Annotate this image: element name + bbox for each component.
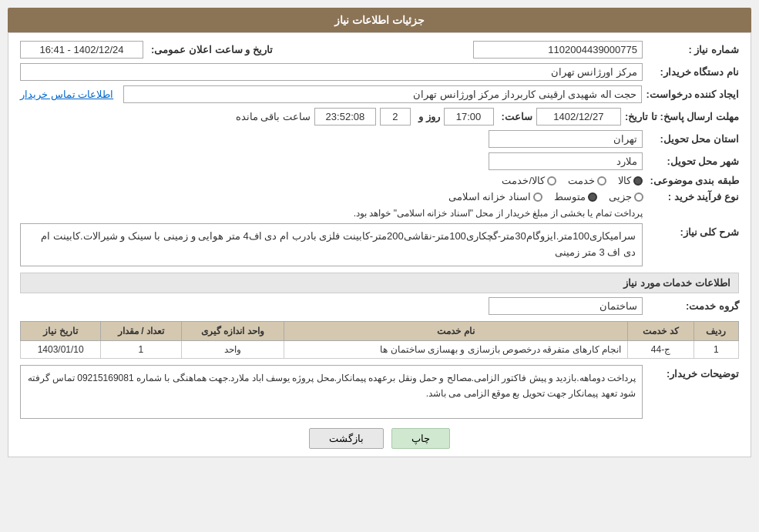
radio-jozi <box>634 192 643 202</box>
col-unit: واحد اندازه گیری <box>181 321 284 340</box>
province-value: تهران <box>489 130 643 148</box>
purchase-note: پرداخت تمام یا بخشی از مبلغ خریدار از مح… <box>354 208 643 219</box>
col-name: نام خدمت <box>284 321 628 340</box>
requester-value: حجت اله شهیدی ارقینی کاربرداز مرکز اورژا… <box>123 85 642 103</box>
category-radio-group: کالا/خدمت خدمت کالا <box>502 175 643 186</box>
contact-link[interactable]: اطلاعات تماس خریدار <box>20 89 113 100</box>
purchase-type-label: نوع فرآیند خرید : <box>646 191 739 202</box>
table-row: 1 ج-44 انجام کارهای متفرقه درخصوص بازساز… <box>21 340 739 358</box>
col-date: تاریخ نیاز <box>21 321 101 340</box>
services-table: ردیف کد خدمت نام خدمت واحد اندازه گیری ت… <box>20 321 739 359</box>
col-code: کد خدمت <box>628 321 694 340</box>
radio-kala <box>633 176 643 186</box>
remaining-time-label: ساعت باقی مانده <box>236 111 311 122</box>
announcement-date-label: تاریخ و ساعت اعلان عمومی: <box>151 44 273 55</box>
need-description-label: شرح کلی نیاز: <box>646 223 739 238</box>
response-time-value: 17:00 <box>444 108 494 125</box>
category-option-kala-khadamat[interactable]: کالا/خدمت <box>502 175 556 186</box>
service-group-value: ساختمان <box>489 297 643 315</box>
remaining-time-value: 23:52:08 <box>314 108 376 125</box>
cell-name: انجام کارهای متفرقه درخصوص بازسازی و بهس… <box>284 340 628 358</box>
response-days-value: 2 <box>380 108 411 125</box>
response-days-label: روز و <box>418 111 440 122</box>
response-deadline-label: مهلت ارسال پاسخ: تا تاریخ: <box>625 111 739 122</box>
announcement-date-value: 1402/12/24 - 16:41 <box>20 41 143 59</box>
cell-quantity: 1 <box>101 340 181 358</box>
requester-label: ایجاد کننده درخواست: <box>646 89 739 100</box>
radio-kala-khadamat <box>547 176 556 186</box>
buyer-station-value: مرکز اورژانس تهران <box>20 63 643 81</box>
purchase-type-jozi[interactable]: جزیی <box>609 191 643 202</box>
need-number-label: شماره نیاز : <box>646 44 739 55</box>
service-info-title: اطلاعات خدمات مورد نیاز <box>20 273 739 293</box>
col-quantity: تعداد / مقدار <box>101 321 181 340</box>
back-button[interactable]: بازگشت <box>309 428 384 449</box>
radio-motavaset <box>588 192 597 202</box>
category-option-khadamat[interactable]: خدمت <box>568 175 606 186</box>
category-option-kala[interactable]: کالا <box>618 175 643 186</box>
province-label: استان محل تحویل: <box>646 133 739 145</box>
cell-code: ج-44 <box>628 340 694 358</box>
response-date-value: 1402/12/27 <box>536 108 621 125</box>
city-value: ملارد <box>489 152 643 170</box>
radio-khadamat <box>597 176 606 186</box>
print-button[interactable]: چاپ <box>391 428 450 449</box>
category-label: طبقه بندی موضوعی: <box>646 175 739 186</box>
radio-asnad <box>533 192 542 202</box>
buyer-comment-label: توضیحات خریدار: <box>646 365 739 380</box>
purchase-type-radio-group: اسناد خزانه اسلامی متوسط جزیی <box>448 191 643 202</box>
col-row: ردیف <box>694 321 738 340</box>
need-number-value: 1102004439000775 <box>473 41 643 59</box>
services-table-container: ردیف کد خدمت نام خدمت واحد اندازه گیری ت… <box>20 321 739 359</box>
cell-row: 1 <box>694 340 738 358</box>
button-row: چاپ بازگشت <box>20 428 739 449</box>
page-title: جزئیات اطلاعات نیاز <box>8 8 751 32</box>
need-description-value: سرامیکاری100متر.ایزوگام30متر-گچکاری100مت… <box>20 223 643 266</box>
response-time-label: ساعت: <box>502 111 532 122</box>
buyer-station-label: نام دستگاه خریدار: <box>646 66 739 78</box>
cell-date: 1403/01/10 <box>21 340 101 358</box>
cell-unit: واحد <box>181 340 284 358</box>
city-label: شهر محل تحویل: <box>646 156 739 167</box>
buyer-comment-value: پرداخت دوماهه.بازدید و پیش فاکتور الزامی… <box>20 365 643 419</box>
service-group-label: گروه خدمت: <box>646 300 739 312</box>
purchase-type-asnad[interactable]: اسناد خزانه اسلامی <box>448 191 542 202</box>
purchase-type-motavaset[interactable]: متوسط <box>554 191 597 202</box>
